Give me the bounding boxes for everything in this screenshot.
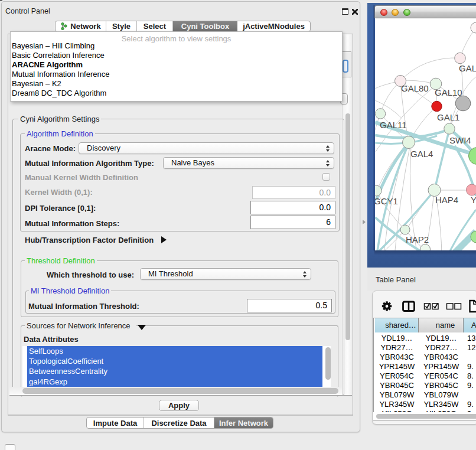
- svg-text:GAL10: GAL10: [435, 87, 462, 97]
- svg-text:Y: Y: [471, 195, 476, 205]
- svg-text:GAL80: GAL80: [401, 83, 429, 93]
- svg-text:SWI4: SWI4: [449, 135, 471, 145]
- svg-text:HAP4: HAP4: [435, 195, 458, 205]
- svg-text:GAL4: GAL4: [410, 149, 433, 159]
- svg-text:HAP2: HAP2: [406, 234, 429, 244]
- svg-text:GAL11: GAL11: [380, 120, 407, 130]
- svg-text:GAL1: GAL1: [437, 112, 459, 122]
- svg-text:GAL7: GAL7: [459, 63, 476, 73]
- svg-text:GCY1: GCY1: [375, 196, 398, 206]
